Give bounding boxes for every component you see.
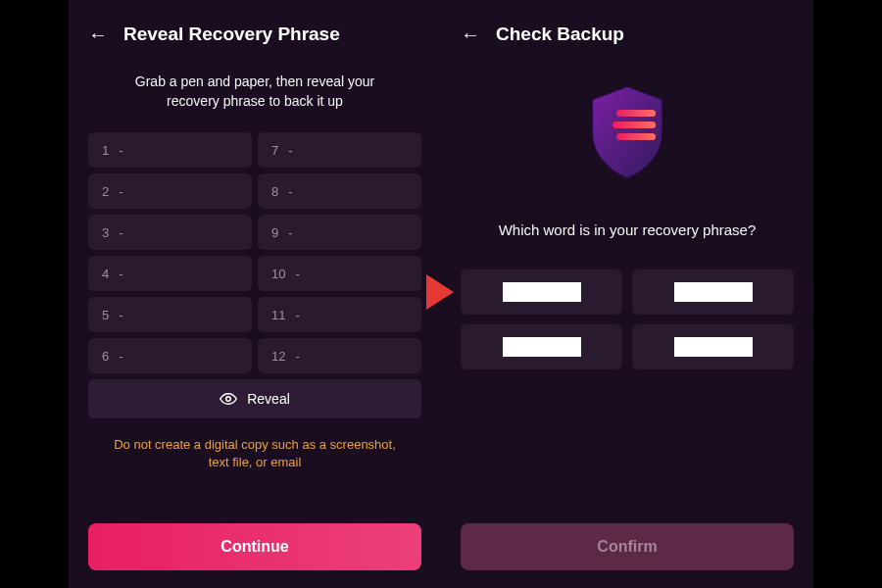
header: ← Check Backup xyxy=(461,24,794,45)
redacted-word xyxy=(503,282,581,302)
continue-label: Continue xyxy=(220,538,288,556)
word-number: 5 xyxy=(102,308,109,322)
word-slot: 6- xyxy=(88,338,252,373)
word-value: - xyxy=(119,267,122,281)
svg-rect-3 xyxy=(616,133,656,140)
page-title: Check Backup xyxy=(496,24,624,45)
word-slot: 4- xyxy=(88,256,252,291)
word-slot: 3- xyxy=(88,215,252,250)
word-number: 7 xyxy=(271,143,278,158)
reveal-button[interactable]: Reveal xyxy=(88,379,421,418)
word-option[interactable] xyxy=(461,270,622,315)
word-slot: 5- xyxy=(88,297,252,332)
word-slot: 1- xyxy=(88,132,252,168)
word-option[interactable] xyxy=(461,324,622,369)
word-value: - xyxy=(119,225,122,240)
word-number: 6 xyxy=(102,349,109,364)
confirm-label: Confirm xyxy=(597,538,657,556)
recovery-words-grid: 1-7-2-8-3-9-4-10-5-11-6-12- xyxy=(88,132,421,373)
word-slot: 10- xyxy=(258,256,421,291)
reveal-label: Reveal xyxy=(247,391,290,407)
word-slot: 9- xyxy=(258,215,421,250)
flow-arrow-icon xyxy=(426,274,454,310)
word-value: - xyxy=(288,143,292,158)
eye-icon xyxy=(220,390,237,408)
word-option[interactable] xyxy=(632,270,794,315)
redacted-word xyxy=(674,337,753,357)
svg-point-0 xyxy=(226,397,231,402)
svg-rect-2 xyxy=(612,122,656,128)
word-value: - xyxy=(288,184,292,199)
word-slot: 11- xyxy=(258,297,421,332)
shield-illustration xyxy=(461,82,794,180)
page-title: Reveal Recovery Phrase xyxy=(123,24,340,45)
back-arrow-icon[interactable]: ← xyxy=(88,24,108,44)
word-number: 8 xyxy=(271,184,278,199)
header: ← Reveal Recovery Phrase xyxy=(88,24,421,45)
confirm-button[interactable]: Confirm xyxy=(461,523,794,570)
word-option[interactable] xyxy=(632,324,794,369)
word-value: - xyxy=(295,308,299,322)
back-arrow-icon[interactable]: ← xyxy=(461,24,480,44)
reveal-phrase-screen: ← Reveal Recovery Phrase Grab a pen and … xyxy=(69,0,441,588)
continue-button[interactable]: Continue xyxy=(88,523,421,570)
word-value: - xyxy=(295,267,299,281)
word-slot: 2- xyxy=(88,173,252,209)
word-number: 2 xyxy=(102,184,109,199)
word-slot: 8- xyxy=(258,173,421,209)
word-slot: 7- xyxy=(258,132,421,168)
word-value: - xyxy=(288,225,292,240)
warning-text: Do not create a digital copy such as a s… xyxy=(112,436,398,471)
word-value: - xyxy=(119,308,122,322)
word-number: 1 xyxy=(102,143,109,158)
svg-rect-1 xyxy=(616,110,656,117)
word-number: 10 xyxy=(271,267,285,281)
word-number: 9 xyxy=(271,225,278,240)
word-slot: 12- xyxy=(258,338,421,373)
word-number: 3 xyxy=(102,225,109,240)
word-number: 12 xyxy=(271,349,285,364)
word-value: - xyxy=(295,349,299,364)
check-backup-screen: ← Check Backup xyxy=(441,0,813,588)
word-options-grid xyxy=(461,270,794,369)
word-value: - xyxy=(119,184,122,199)
question-text: Which word is in your recovery phrase? xyxy=(461,220,794,240)
word-value: - xyxy=(119,349,122,364)
instruction-text: Grab a pen and paper, then reveal your r… xyxy=(108,73,402,111)
redacted-word xyxy=(674,282,753,302)
redacted-word xyxy=(503,337,581,357)
word-value: - xyxy=(119,143,122,158)
word-number: 4 xyxy=(102,267,109,281)
word-number: 11 xyxy=(271,308,285,322)
